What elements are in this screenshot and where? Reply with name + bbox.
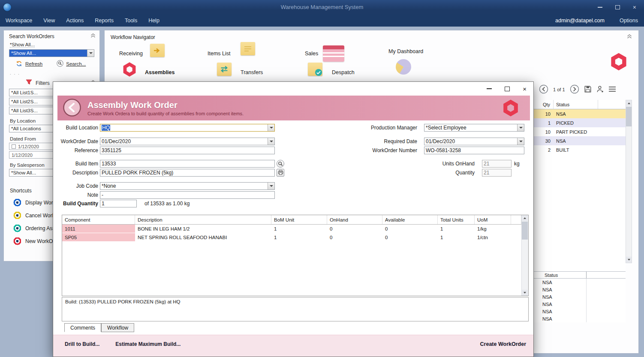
- col-bom-unit[interactable]: BoM Unit: [271, 215, 327, 224]
- list-scrollbar[interactable]: [626, 100, 632, 263]
- collapse-navigator-icon[interactable]: [626, 34, 632, 40]
- job-code-label: Job Code: [53, 183, 98, 189]
- chevron-down-icon[interactable]: [87, 50, 94, 57]
- required-date-input[interactable]: 01/Dec/2020: [424, 138, 524, 145]
- create-workorder-button[interactable]: Create WorkOrder: [480, 341, 526, 347]
- menu-icon[interactable]: [609, 86, 617, 93]
- table-row[interactable]: 2BUILT: [534, 145, 626, 154]
- build-quantity-input[interactable]: 1: [100, 200, 137, 207]
- workorder-number-input[interactable]: WO-0581-3258: [424, 147, 524, 154]
- scroll-thumb[interactable]: [522, 222, 528, 240]
- col-line-status[interactable]: Status: [534, 272, 587, 278]
- dashboard-pie-icon[interactable]: [396, 59, 411, 75]
- job-code-input[interactable]: *None: [100, 182, 275, 190]
- nav-assemblies[interactable]: Assemblies: [145, 69, 175, 75]
- table-row[interactable]: NSA: [534, 286, 587, 293]
- chevron-down-icon[interactable]: [268, 124, 274, 131]
- collapse-panel-icon[interactable]: [90, 33, 96, 39]
- nav-my-dashboard[interactable]: My Dashboard: [388, 48, 423, 54]
- table-row[interactable]: NSA: [534, 308, 587, 315]
- table-row[interactable]: SP05 NET SPRING ROLL SEAFOOD HANABI 1 0 …: [62, 233, 521, 242]
- menu-view[interactable]: View: [38, 18, 60, 24]
- window-minimize-button[interactable]: [598, 7, 602, 8]
- menu-options[interactable]: Options: [614, 18, 644, 24]
- window-maximize-button[interactable]: [615, 5, 620, 9]
- search-icon[interactable]: [57, 60, 63, 68]
- date-checkbox[interactable]: [12, 144, 16, 149]
- table-row[interactable]: NSA: [534, 279, 587, 286]
- col-qty[interactable]: Qty: [534, 100, 554, 109]
- scroll-up-icon[interactable]: [626, 100, 632, 106]
- table-row[interactable]: NSA: [534, 300, 587, 308]
- reference-input[interactable]: 3351125: [100, 147, 275, 154]
- col-uom[interactable]: UoM: [475, 215, 511, 224]
- production-manager-input[interactable]: *Select Employee: [424, 124, 524, 132]
- workorder-date-input[interactable]: 01/Dec/2020: [100, 138, 275, 145]
- back-button[interactable]: [63, 98, 81, 118]
- menu-workspace[interactable]: Workspace: [0, 18, 38, 24]
- dialog-minimize-button[interactable]: [487, 88, 492, 89]
- col-available[interactable]: Available: [382, 215, 438, 224]
- build-quantity-suffix: of 13533 as 1.00 kg: [144, 201, 190, 207]
- nav-despatch[interactable]: Despatch: [332, 69, 355, 75]
- nav-transfers[interactable]: Transfers: [241, 69, 263, 75]
- table-row[interactable]: 1011 BONE IN LEG HAM 1/2 1 0 0 1 1/kg: [62, 225, 521, 233]
- chevron-down-icon[interactable]: [517, 138, 524, 145]
- assemblies-hexagon-icon: [502, 99, 520, 117]
- despatch-icon[interactable]: [308, 63, 322, 76]
- menu-reports[interactable]: Reports: [89, 18, 119, 24]
- col-component[interactable]: Component: [62, 215, 135, 224]
- chevron-down-icon[interactable]: [268, 138, 274, 145]
- search-link[interactable]: Search...: [66, 61, 86, 66]
- build-item-input[interactable]: 13533: [100, 160, 275, 168]
- menu-actions[interactable]: Actions: [60, 18, 89, 24]
- drill-to-build-button[interactable]: Drill to Build...: [65, 341, 99, 347]
- transfers-icon[interactable]: [217, 63, 232, 76]
- scroll-up-icon[interactable]: [522, 215, 528, 221]
- table-row[interactable]: NSA: [534, 315, 587, 322]
- scroll-down-icon[interactable]: [522, 290, 528, 296]
- col-total-units[interactable]: Total Units: [438, 215, 475, 224]
- previous-record-icon[interactable]: [539, 84, 548, 95]
- assemblies-hexagon-icon[interactable]: [122, 62, 137, 77]
- col-status[interactable]: Status: [554, 100, 598, 109]
- save-icon[interactable]: [584, 85, 592, 94]
- table-row[interactable]: 1PICKED: [534, 118, 626, 127]
- description-label: Description: [53, 170, 98, 176]
- next-record-icon[interactable]: [570, 84, 579, 95]
- print-description-icon[interactable]: [277, 169, 284, 177]
- description-input[interactable]: PULLED PORK FROZEN (5kg): [100, 169, 275, 177]
- nav-items-list[interactable]: Items List: [208, 51, 231, 57]
- items-list-icon[interactable]: [241, 42, 255, 55]
- menu-tools[interactable]: Tools: [119, 18, 143, 24]
- components-scrollbar[interactable]: [521, 215, 528, 296]
- chevron-down-icon[interactable]: [517, 124, 524, 131]
- tab-comments[interactable]: Comments: [64, 323, 101, 332]
- table-row[interactable]: 30NSA: [534, 136, 626, 145]
- estimate-maximum-build-button[interactable]: Estimate Maximum Build...: [115, 341, 181, 347]
- refresh-icon[interactable]: [16, 60, 22, 68]
- refresh-link[interactable]: Refresh: [25, 61, 42, 66]
- item-lookup-icon[interactable]: [277, 160, 284, 168]
- workorder-filter-combo[interactable]: *Show All...: [9, 49, 94, 57]
- table-row[interactable]: NSA: [534, 293, 587, 300]
- col-onhand[interactable]: OnHand: [327, 215, 382, 224]
- menu-help[interactable]: Help: [143, 18, 165, 24]
- scroll-thumb[interactable]: [626, 107, 632, 126]
- table-row[interactable]: 10NSA: [534, 109, 626, 118]
- user-edit-icon[interactable]: [596, 85, 604, 94]
- nav-receiving[interactable]: Receiving: [119, 51, 143, 57]
- sales-icon[interactable]: [323, 45, 344, 62]
- table-row[interactable]: 10PART PICKED: [534, 127, 626, 136]
- dialog-close-button[interactable]: ×: [523, 85, 527, 93]
- note-input[interactable]: -: [100, 191, 275, 199]
- tab-workflow[interactable]: Workflow: [101, 323, 134, 332]
- nav-sales[interactable]: Sales: [305, 51, 318, 57]
- receiving-icon[interactable]: [150, 44, 165, 57]
- scroll-down-icon[interactable]: [626, 257, 632, 263]
- dialog-maximize-button[interactable]: [505, 87, 510, 91]
- chevron-down-icon[interactable]: [268, 183, 274, 189]
- build-location-input[interactable]: HQ: [100, 124, 275, 132]
- col-description[interactable]: Description: [135, 215, 271, 224]
- window-close-button[interactable]: ×: [633, 4, 636, 10]
